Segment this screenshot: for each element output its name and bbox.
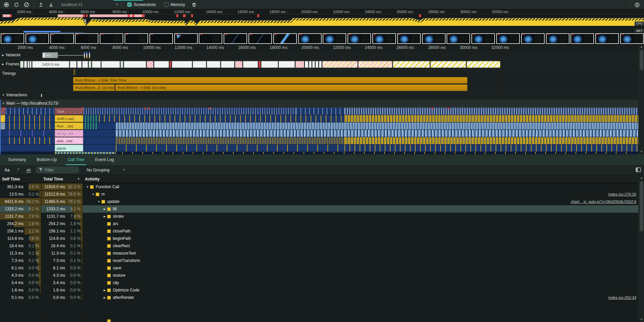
- scroll-up-icon[interactable]: ▲: [639, 176, 644, 180]
- expander-down-icon[interactable]: ▼: [96, 200, 101, 203]
- frame-bar[interactable]: [89, 61, 91, 68]
- scrollbar-thumb[interactable]: [640, 181, 643, 231]
- expander-right-icon[interactable]: ▶: [102, 208, 107, 211]
- network-request-candle[interactable]: [84, 52, 85, 58]
- screenshots-checkbox[interactable]: ✓ Screenshots: [127, 2, 156, 7]
- tracks-scrollbar[interactable]: ▲ ▼: [638, 45, 644, 154]
- screenshot-thumbnail[interactable]: [422, 33, 446, 44]
- grid-scrollbar[interactable]: ▲ ▼: [638, 175, 644, 322]
- screenshot-thumbnail[interactable]: [521, 33, 545, 44]
- main-thread-track-header[interactable]: ▼ Main — http://localhost:5173/: [0, 100, 644, 108]
- timing-bar[interactable]: Rust Bhtsne...E 1st step: [73, 85, 115, 91]
- interactions-track-header[interactable]: ▼ Interactions: [2, 93, 27, 97]
- frame-bar[interactable]: [243, 61, 258, 68]
- load-profile-button[interactable]: [37, 1, 45, 9]
- network-track[interactable]: ▶ Network scr...: [0, 51, 644, 60]
- frame-bar[interactable]: [92, 61, 101, 68]
- frame-bar[interactable]: [170, 61, 171, 68]
- table-row[interactable]: 13.5 ms0.1 %11512.8 ms79.5 %▼mindex.jsx:…: [0, 191, 638, 198]
- screenshot-thumbnail[interactable]: [248, 33, 272, 44]
- flame-event-block[interactable]: Run ...sks: [55, 122, 83, 129]
- screenshot-thumbnail[interactable]: [199, 33, 222, 44]
- frame-bar[interactable]: [358, 61, 392, 68]
- frame-bar[interactable]: [322, 61, 358, 68]
- source-location-link[interactable]: index.jsx:252:34: [608, 296, 636, 300]
- collect-garbage-button[interactable]: [190, 1, 198, 9]
- tab-summary[interactable]: Summary: [3, 154, 31, 165]
- reload-and-record-button[interactable]: [12, 1, 21, 9]
- flame-event-block[interactable]: parse: [55, 145, 83, 152]
- screenshot-thumbnail[interactable]: [546, 33, 569, 44]
- screenshot-thumbnail[interactable]: [174, 33, 198, 44]
- frame-bar[interactable]: [24, 61, 27, 68]
- frame-bar[interactable]: [101, 61, 120, 68]
- frames-track[interactable]: ▶ Frames 1416.5 ms: [0, 60, 644, 69]
- timing-bar[interactable]: Rust Bhtsne - t-SNE Total Time: [73, 77, 467, 84]
- flame-event-block[interactable]: Task: [55, 108, 83, 115]
- main-thread-header-inner[interactable]: ▼ Main — http://localhost:5173/: [2, 101, 58, 106]
- network-request-chip[interactable]: scr...: [42, 52, 58, 58]
- interactions-track[interactable]: ▼ Interactions: [0, 91, 644, 100]
- frame-bar[interactable]: [235, 61, 242, 68]
- table-row[interactable]: 361.3 ms2.5 %11918.0 ms82.3 %▼Function C…: [0, 183, 638, 191]
- frame-bar[interactable]: [77, 61, 82, 68]
- frame-bar[interactable]: [430, 61, 466, 68]
- source-location-link[interactable]: index.jsx:276:29: [608, 192, 636, 196]
- expander-down-icon[interactable]: ▼: [91, 193, 96, 196]
- screenshot-thumbnail[interactable]: [372, 33, 396, 44]
- table-row[interactable]: 254.2 ms1.8 %254.2 ms1.8 %arc: [0, 220, 638, 227]
- settings-gear-icon[interactable]: [633, 1, 641, 9]
- save-profile-button[interactable]: [47, 1, 55, 9]
- capture-history-select[interactable]: localhost #1 ▼: [61, 2, 118, 7]
- screenshot-thumbnail[interactable]: [1, 33, 24, 44]
- timings-track-header[interactable]: Timings: [2, 71, 16, 76]
- expander-right-icon[interactable]: ▶: [102, 296, 107, 299]
- flame-event-block[interactable]: On ig...list: [55, 130, 83, 137]
- frame-bar[interactable]: 1416.5 ms: [32, 61, 69, 68]
- frame-bar[interactable]: [279, 61, 295, 68]
- frame-bar[interactable]: [316, 61, 318, 68]
- memory-checkbox[interactable]: Memory: [164, 2, 185, 7]
- screenshot-thumbnail[interactable]: [447, 33, 470, 44]
- frame-bar[interactable]: [147, 61, 153, 68]
- expander-right-icon[interactable]: ▶: [102, 215, 107, 218]
- frame-bar[interactable]: [207, 61, 220, 68]
- grouping-select[interactable]: No Grouping ▼: [87, 168, 126, 172]
- screenshot-thumbnail[interactable]: [620, 33, 644, 44]
- column-self-time[interactable]: Self Time: [0, 175, 41, 183]
- screenshot-thumbnail[interactable]: [100, 33, 123, 44]
- screenshot-thumbnail[interactable]: [224, 33, 247, 44]
- table-row[interactable]: 1333.2 ms9.2 %1333.2 ms9.2 %▶fill: [0, 205, 638, 213]
- frame-bar[interactable]: [467, 61, 500, 68]
- frame-bar[interactable]: [28, 61, 29, 68]
- scroll-up-icon[interactable]: ▲: [639, 45, 644, 49]
- table-row[interactable]: 1131.7 ms7.8 %1131.7 ms7.8 %▶stroke: [0, 213, 638, 220]
- screenshot-thumbnail[interactable]: [471, 33, 495, 44]
- screenshot-thumbnail[interactable]: [595, 33, 619, 44]
- frame-bar[interactable]: [259, 61, 261, 68]
- table-row[interactable]: 4.3 ms0.0 %4.3 ms0.0 %restore: [0, 272, 638, 279]
- network-request-candle[interactable]: [86, 52, 87, 58]
- tab-bottom-up[interactable]: Bottom-Up: [32, 154, 61, 165]
- scroll-down-icon[interactable]: ▼: [639, 150, 644, 154]
- table-row[interactable]: 3.4 ms0.0 %3.4 ms0.0 %clip: [0, 279, 638, 286]
- tab-event-log[interactable]: Event Log: [90, 154, 119, 165]
- table-row[interactable]: 0.1 ms0.0 %0.8 ms0.0 %▶afterRenderindex.…: [0, 294, 638, 301]
- scroll-down-icon[interactable]: ▼: [639, 317, 644, 322]
- frame-bar[interactable]: [261, 61, 278, 68]
- screenshot-thumbnail[interactable]: [26, 33, 49, 44]
- screenshot-thumbnail[interactable]: [570, 33, 594, 44]
- frame-bar[interactable]: [312, 61, 315, 68]
- frame-bar[interactable]: [30, 61, 32, 68]
- filter-input[interactable]: Filter: [36, 166, 79, 173]
- table-row[interactable]: 7.3 ms0.1 %7.3 ms0.1 %resetTransform: [0, 257, 638, 264]
- record-button[interactable]: [2, 1, 11, 9]
- table-row[interactable]: 11.3 ms0.1 %11.3 ms0.1 %measureText: [0, 250, 638, 257]
- frames-track-header[interactable]: ▶ Frames: [2, 62, 19, 66]
- network-track-header[interactable]: ▶ Network: [2, 53, 20, 57]
- table-row[interactable]: 156.1 ms1.1 %156.1 ms1.1 %closePath: [0, 227, 638, 235]
- screenshot-thumbnail[interactable]: [75, 33, 98, 44]
- screenshot-thumbnail[interactable]: [298, 33, 322, 44]
- flame-event-block[interactable]: XHR Load: [55, 115, 83, 122]
- frame-bar[interactable]: [124, 61, 146, 68]
